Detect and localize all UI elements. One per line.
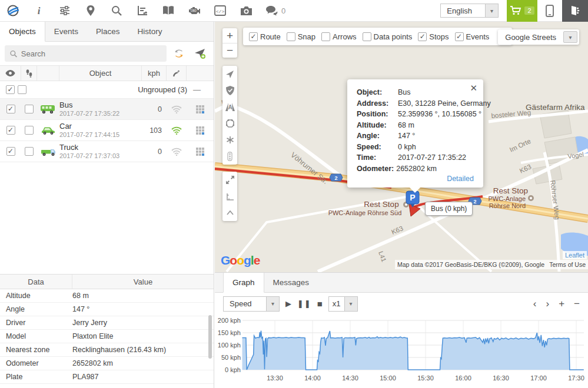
zones-shield-button[interactable]: [222, 82, 237, 99]
group-follow-checkbox[interactable]: [18, 85, 26, 94]
mobile-app-button[interactable]: [537, 0, 562, 22]
object-menu-grid-icon[interactable]: [196, 148, 204, 156]
logout-button[interactable]: [562, 0, 588, 22]
eye-icon: [5, 70, 15, 76]
google-logo: Google: [221, 253, 260, 267]
events-checkbox[interactable]: [455, 32, 464, 41]
playback-rate-select[interactable]: x1 ▾: [328, 296, 358, 312]
routes-road-button[interactable]: A: [222, 99, 237, 115]
map-zoom-control: + −: [222, 28, 237, 58]
group-collapse-button[interactable]: —: [193, 85, 201, 94]
terms-of-use-link[interactable]: Terms of Use: [549, 261, 586, 268]
stops-checkbox[interactable]: [418, 32, 427, 41]
object-menu-grid-icon[interactable]: [196, 126, 204, 135]
add-object-button[interactable]: [191, 45, 209, 62]
arrows-label: Arrows: [333, 32, 356, 41]
bus-visibility-checkbox[interactable]: [6, 105, 15, 113]
truck-visibility-checkbox[interactable]: [6, 147, 15, 156]
object-row-car[interactable]: Car 2017-07-27 17:44:15 103: [0, 120, 214, 141]
row-value: PLA987: [72, 373, 214, 381]
object-column-header[interactable]: Object: [59, 66, 142, 81]
stop-button[interactable]: ■: [317, 299, 323, 309]
object-speed: 0: [142, 105, 167, 113]
follow-column-header[interactable]: [21, 66, 37, 81]
car-visibility-checkbox[interactable]: [6, 126, 15, 135]
group-visibility-checkbox[interactable]: [6, 85, 15, 94]
fit-objects-button[interactable]: [222, 66, 237, 82]
car-follow-checkbox[interactable]: [25, 126, 34, 135]
clusters-button[interactable]: [222, 132, 237, 148]
search-icon: [9, 49, 18, 58]
search-input[interactable]: [21, 49, 162, 58]
base-layer-select[interactable]: Google Streets ▾: [498, 29, 579, 45]
graph-type-select[interactable]: Speed ▾: [223, 296, 280, 312]
value-column-header[interactable]: Value: [72, 275, 214, 289]
svg-text:PWC-Anlage: PWC-Anlage: [488, 195, 526, 202]
graph-zoom-out-button[interactable]: −: [574, 298, 580, 310]
pause-button[interactable]: ❚❚: [297, 299, 311, 308]
object-list-header: Object kph: [0, 65, 214, 81]
scrollbar[interactable]: [208, 315, 212, 359]
cart-button[interactable]: 2: [507, 0, 537, 22]
leaflet-attribution[interactable]: Leaflet: [563, 251, 587, 259]
kph-column-header[interactable]: kph: [142, 66, 167, 81]
measure-ruler-button[interactable]: [222, 188, 237, 205]
reports-chart-icon[interactable]: [129, 0, 155, 22]
tab-objects[interactable]: Objects: [0, 22, 45, 42]
map[interactable]: 2 2 Gästefarm Afrika bosteler Weg Im Ort…: [215, 22, 588, 272]
tab-history[interactable]: History: [129, 22, 171, 41]
graph-zoom-in-button[interactable]: +: [559, 298, 564, 310]
route-checkbox[interactable]: [249, 32, 258, 41]
language-select[interactable]: English ▾: [440, 4, 499, 18]
data-column-header[interactable]: Data: [0, 275, 72, 289]
zoom-in-button[interactable]: +: [222, 28, 237, 43]
logout-icon: [570, 5, 580, 16]
tab-places[interactable]: Places: [87, 22, 129, 41]
tab-messages[interactable]: Messages: [264, 273, 318, 292]
zoom-out-button[interactable]: −: [222, 43, 237, 58]
search-tool-icon[interactable]: [104, 0, 129, 22]
collapse-chevron-button[interactable]: [222, 205, 237, 221]
svg-text:100 kph: 100 kph: [218, 342, 241, 349]
bus-follow-checkbox[interactable]: [25, 105, 34, 113]
visibility-column-header[interactable]: [0, 66, 21, 81]
engine-obd-icon[interactable]: OBD: [181, 0, 207, 22]
popup-position-link[interactable]: 52.359936 °, 10.156085 °: [398, 109, 481, 120]
reload-objects-button[interactable]: [170, 45, 188, 62]
tab-events[interactable]: Events: [45, 22, 87, 41]
row-value: 2652802 km: [72, 359, 214, 367]
svg-text:2: 2: [473, 199, 476, 205]
pan-left-button[interactable]: ‹: [533, 298, 537, 310]
object-row-bus[interactable]: Bus 2017-07-27 17:35:22 0: [0, 99, 214, 120]
group-row-ungrouped[interactable]: Ungrouped (3) —: [0, 81, 214, 99]
search-box[interactable]: [5, 45, 167, 62]
fullscreen-button[interactable]: [222, 172, 237, 188]
datapoints-checkbox[interactable]: [363, 32, 371, 41]
play-button[interactable]: ▶: [285, 299, 291, 308]
row-key: Angle: [0, 305, 72, 313]
settings-sliders-icon[interactable]: [52, 0, 78, 22]
speed-chart[interactable]: 200 kph150 kph100 kph50 kph0 kph13:3014:…: [215, 314, 588, 388]
tab-graph[interactable]: Graph: [223, 273, 264, 293]
places-pin-icon[interactable]: [78, 0, 104, 22]
popup-label: Speed:: [357, 142, 398, 153]
snap-checkbox[interactable]: [287, 32, 295, 41]
traffic-light-button[interactable]: [222, 148, 237, 165]
info-icon[interactable]: i: [26, 0, 52, 22]
popup-detailed-link[interactable]: Detailed: [447, 175, 474, 183]
arrows-checkbox[interactable]: [321, 32, 330, 41]
object-menu-grid-icon[interactable]: [196, 105, 204, 113]
label-l41: L41: [377, 250, 388, 263]
popup-close-icon[interactable]: ✕: [470, 83, 477, 93]
geofence-polygon-button[interactable]: [222, 115, 237, 132]
driver-link[interactable]: Jerry Jerry: [72, 319, 214, 327]
object-row-truck[interactable]: Truck 2017-07-27 17:37:03 0: [0, 141, 214, 162]
atlas-book-icon[interactable]: [155, 0, 181, 22]
pan-right-button[interactable]: ›: [546, 298, 549, 310]
terminal-code-icon[interactable]: </>: [207, 0, 233, 22]
gps-column-header[interactable]: [167, 66, 187, 81]
truck-follow-checkbox[interactable]: [25, 147, 34, 156]
camera-icon[interactable]: [233, 0, 259, 22]
app-logo[interactable]: [0, 0, 26, 22]
left-panel: Objects Events Places History Object kph: [0, 22, 214, 388]
